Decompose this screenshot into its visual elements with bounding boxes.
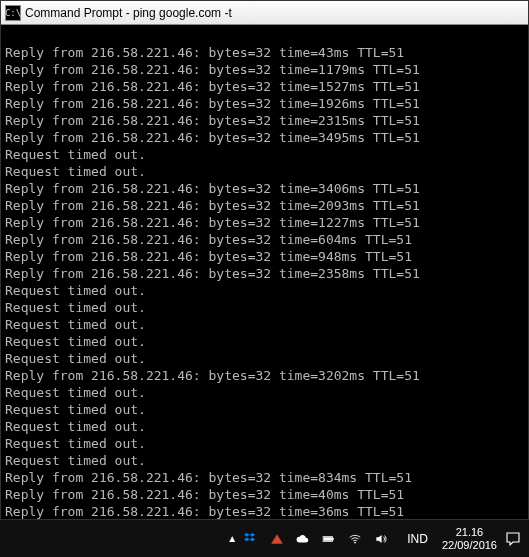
terminal-line: Reply from 216.58.221.46: bytes=32 time=… — [5, 486, 524, 503]
cmd-icon: C:\ — [5, 5, 21, 21]
action-center-icon[interactable] — [503, 529, 523, 549]
taskbar: ▲ IND 21.16 22/09/2016 — [0, 520, 529, 557]
terminal-line: Request timed out. — [5, 435, 524, 452]
clock[interactable]: 21.16 22/09/2016 — [442, 526, 497, 552]
terminal-line: Reply from 216.58.221.46: bytes=32 time=… — [5, 129, 524, 146]
terminal-line: Reply from 216.58.221.46: bytes=32 time=… — [5, 503, 524, 519]
terminal-line — [5, 27, 524, 44]
titlebar[interactable]: C:\ Command Prompt - ping google.com -t — [1, 1, 528, 25]
terminal-line: Request timed out. — [5, 282, 524, 299]
svg-rect-1 — [333, 537, 334, 539]
terminal-line: Reply from 216.58.221.46: bytes=32 time=… — [5, 44, 524, 61]
svg-rect-2 — [324, 537, 332, 541]
terminal-line: Reply from 216.58.221.46: bytes=32 time=… — [5, 231, 524, 248]
terminal-line: Request timed out. — [5, 299, 524, 316]
clock-time: 21.16 — [442, 526, 497, 539]
wifi-icon[interactable] — [347, 531, 363, 547]
terminal-line: Reply from 216.58.221.46: bytes=32 time=… — [5, 469, 524, 486]
tray-icons — [243, 531, 389, 547]
dropbox-icon[interactable] — [243, 531, 259, 547]
terminal-line: Reply from 216.58.221.46: bytes=32 time=… — [5, 78, 524, 95]
cloud-icon[interactable] — [295, 531, 311, 547]
tray-overflow-chevron[interactable]: ▲ — [227, 533, 237, 544]
volume-icon[interactable] — [373, 531, 389, 547]
terminal-line: Request timed out. — [5, 333, 524, 350]
triangle-icon[interactable] — [269, 531, 285, 547]
terminal-line: Request timed out. — [5, 418, 524, 435]
language-indicator[interactable]: IND — [407, 532, 428, 546]
svg-point-3 — [354, 541, 356, 543]
terminal-line: Reply from 216.58.221.46: bytes=32 time=… — [5, 214, 524, 231]
clock-date: 22/09/2016 — [442, 539, 497, 552]
terminal-line: Request timed out. — [5, 401, 524, 418]
terminal-line: Reply from 216.58.221.46: bytes=32 time=… — [5, 180, 524, 197]
terminal-line: Reply from 216.58.221.46: bytes=32 time=… — [5, 95, 524, 112]
battery-icon[interactable] — [321, 531, 337, 547]
terminal-line: Reply from 216.58.221.46: bytes=32 time=… — [5, 61, 524, 78]
terminal-output[interactable]: Reply from 216.58.221.46: bytes=32 time=… — [1, 25, 528, 519]
terminal-line: Request timed out. — [5, 316, 524, 333]
terminal-line: Reply from 216.58.221.46: bytes=32 time=… — [5, 197, 524, 214]
terminal-line: Request timed out. — [5, 146, 524, 163]
terminal-line: Request timed out. — [5, 163, 524, 180]
command-prompt-window: C:\ Command Prompt - ping google.com -t … — [0, 0, 529, 520]
terminal-line: Request timed out. — [5, 452, 524, 469]
window-title: Command Prompt - ping google.com -t — [25, 6, 232, 20]
terminal-line: Reply from 216.58.221.46: bytes=32 time=… — [5, 265, 524, 282]
terminal-line: Reply from 216.58.221.46: bytes=32 time=… — [5, 248, 524, 265]
terminal-line: Reply from 216.58.221.46: bytes=32 time=… — [5, 367, 524, 384]
terminal-line: Request timed out. — [5, 384, 524, 401]
terminal-line: Request timed out. — [5, 350, 524, 367]
terminal-line: Reply from 216.58.221.46: bytes=32 time=… — [5, 112, 524, 129]
